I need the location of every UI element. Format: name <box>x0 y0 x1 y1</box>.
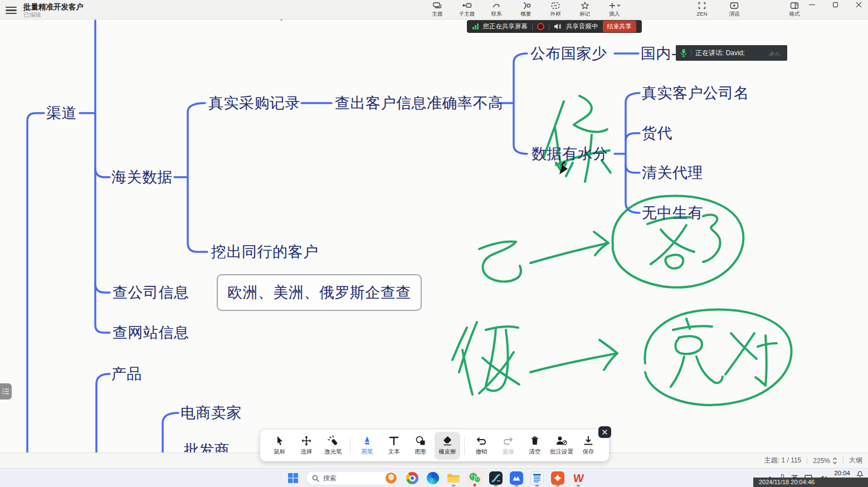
save-annotation-button[interactable]: 保存 <box>576 432 601 460</box>
node-domestic[interactable]: 国内- <box>641 43 677 64</box>
eraser-tool[interactable]: 橡皮擦 <box>435 432 460 460</box>
tool-label: 鼠标 <box>274 448 286 456</box>
select-tool[interactable]: 选择 <box>294 432 319 460</box>
edge-icon <box>427 472 439 484</box>
trash-icon <box>529 435 540 446</box>
pitch-label: 演说 <box>729 11 740 18</box>
main-toolbar: 主题 子主题 联系 概要 外框 标记 <box>425 1 627 18</box>
divider <box>549 23 549 30</box>
node-product[interactable]: 产品 <box>111 364 142 384</box>
taskbar-search[interactable]: 搜索 <box>306 471 399 485</box>
node-real-company-name[interactable]: 真实客户公司名 <box>642 83 749 103</box>
search-placeholder: 搜索 <box>323 474 382 483</box>
pen-cursor-icon <box>556 160 570 176</box>
taskbar-app-capcut[interactable] <box>488 469 504 487</box>
search-highlight-icon[interactable] <box>386 473 397 484</box>
node-website-info[interactable]: 查网站信息 <box>113 323 189 343</box>
summary-button[interactable]: 概要 <box>514 1 538 18</box>
divider <box>464 437 465 455</box>
running-indicator <box>535 485 539 486</box>
marker-button[interactable]: 标记 <box>573 1 597 18</box>
search-icon <box>312 475 319 482</box>
pen-tool[interactable]: 画笔 <box>354 432 380 460</box>
record-button[interactable] <box>537 23 544 30</box>
shape-tool[interactable]: 图形 <box>408 432 433 460</box>
text-tool[interactable]: 文本 <box>381 432 407 460</box>
download-icon <box>583 435 594 446</box>
clear-all-button[interactable]: 清空 <box>522 432 548 460</box>
relationship-icon <box>491 1 501 10</box>
view-toolbar: ZEN 演说 <box>690 1 747 18</box>
tool-label: 撤销 <box>476 448 487 456</box>
undo-button[interactable]: 撤销 <box>469 432 494 460</box>
maximize-button[interactable] <box>829 0 841 9</box>
node-customs-data[interactable]: 海关数据 <box>111 167 173 187</box>
node-freight-forwarder[interactable]: 货代 <box>642 123 672 143</box>
node-purchase-records[interactable]: 真实采购记录 <box>208 93 300 113</box>
close-button[interactable] <box>852 0 865 9</box>
format-panel-button[interactable]: 格式 <box>782 1 807 18</box>
divider <box>532 23 533 30</box>
taskbar-app-meeting[interactable] <box>509 469 524 487</box>
outline-view-button[interactable]: 大纲 <box>849 456 862 465</box>
document-save-status: 已编辑 <box>23 11 41 19</box>
taskbar-app-notebook[interactable] <box>529 469 545 487</box>
summary-label: 概要 <box>521 11 531 18</box>
redo-button[interactable]: 重做 <box>495 432 521 460</box>
relationship-button[interactable]: 联系 <box>484 1 509 18</box>
minimize-button[interactable] <box>806 0 818 9</box>
zoom-control[interactable]: 225% <box>813 457 837 465</box>
sharing-status-text: 您正在共享屏幕 <box>483 22 528 31</box>
close-icon <box>602 430 607 435</box>
outline-panel-toggle[interactable] <box>0 383 12 400</box>
undo-icon <box>476 435 487 446</box>
taskbar-app-wechat[interactable] <box>466 470 483 486</box>
menu-icon[interactable] <box>6 5 17 14</box>
notification-bell-icon[interactable] <box>856 470 864 478</box>
node-customs-broker[interactable]: 清关代理 <box>642 163 703 183</box>
node-few-countries[interactable]: 公布国家少 <box>530 43 607 64</box>
speaker-icon <box>554 23 562 30</box>
taskbar-app-wps[interactable]: W <box>570 469 586 487</box>
node-channel[interactable]: 渠道 <box>46 103 77 123</box>
taskbar-app-edge[interactable] <box>425 469 441 487</box>
stop-share-button[interactable]: 结束共享 <box>603 21 636 32</box>
node-company-info[interactable]: 查公司信息 <box>113 283 189 303</box>
taskbar-app-chrome[interactable] <box>404 469 420 487</box>
taskbar-clock[interactable]: 20:04 <box>834 469 850 476</box>
pitch-mode-button[interactable]: 演说 <box>722 1 747 18</box>
speaking-toast: 正在讲话: David; <box>676 45 787 61</box>
node-fabricated[interactable]: 无中生有 <box>642 203 703 223</box>
taskbar-app-explorer[interactable] <box>446 469 461 487</box>
insert-button[interactable]: 插入 <box>602 1 627 18</box>
laser-pointer-tool[interactable]: 激光笔 <box>320 432 346 460</box>
taskbar-app-orange[interactable] <box>550 469 565 487</box>
boundary-button[interactable]: 外框 <box>543 1 568 18</box>
zen-mode-button[interactable]: ZEN <box>690 1 714 18</box>
running-indicator <box>577 485 581 486</box>
redo-icon <box>503 435 514 446</box>
close-annotation-toolbar-button[interactable] <box>598 426 611 438</box>
boundary-icon <box>550 1 560 10</box>
dark-app-icon <box>489 471 503 485</box>
tool-label: 保存 <box>583 448 594 456</box>
node-qichacha-regions[interactable]: 欧洲、美洲、俄罗斯企查查 <box>217 274 422 311</box>
divider <box>843 457 843 464</box>
node-accuracy-low[interactable]: 查出客户信息准确率不高 <box>335 93 504 113</box>
zen-icon <box>697 1 707 10</box>
mouse-tool[interactable]: 鼠标 <box>267 432 292 460</box>
insert-label: 插入 <box>609 11 620 18</box>
annotation-settings-button[interactable]: 批注设置 <box>549 432 574 460</box>
format-label: 格式 <box>789 11 800 18</box>
node-ecommerce-seller[interactable]: 电商卖家 <box>181 403 242 423</box>
tool-label: 选择 <box>301 448 313 456</box>
start-button[interactable] <box>285 469 301 487</box>
topic-button[interactable]: 主题 <box>425 1 450 18</box>
datetime-tooltip: 2024/11/18 20:04:46 <box>753 478 868 487</box>
marker-label: 标记 <box>580 11 591 18</box>
subtopic-button[interactable]: 子主题 <box>455 1 479 18</box>
tool-label: 文本 <box>388 448 400 456</box>
outline-list-icon <box>2 388 9 395</box>
relationship-label: 联系 <box>491 11 502 18</box>
node-dig-peer-customers[interactable]: 挖出同行的客户 <box>211 242 319 262</box>
